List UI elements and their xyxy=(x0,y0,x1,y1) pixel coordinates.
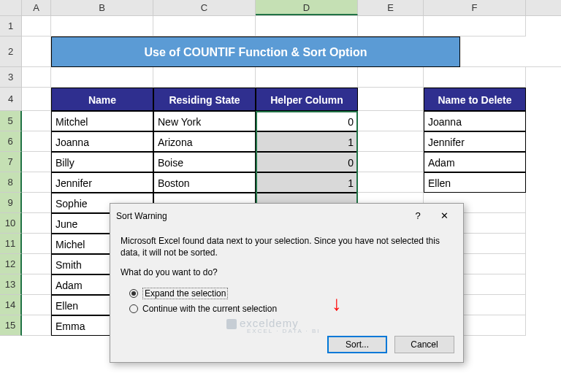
table-cell[interactable]: Billy xyxy=(51,152,153,172)
title-cell[interactable]: Use of COUNTIF Function & Sort Option xyxy=(51,36,460,67)
row-header[interactable]: 4 xyxy=(0,88,22,111)
cell[interactable] xyxy=(22,172,51,193)
sort-button[interactable]: Sort... xyxy=(327,336,387,353)
table-cell[interactable]: New York xyxy=(153,111,256,131)
row-header[interactable]: 12 xyxy=(0,254,22,274)
cell[interactable] xyxy=(256,16,358,36)
table-cell[interactable]: Jennifer xyxy=(51,172,153,193)
radio-continue-selection[interactable]: Continue with the current selection xyxy=(129,304,453,314)
table-cell[interactable]: Ellen xyxy=(424,172,526,193)
col-header-a[interactable]: A xyxy=(22,0,51,15)
col-header-e[interactable]: E xyxy=(358,0,424,15)
cell[interactable] xyxy=(22,254,51,274)
col-header-f[interactable]: F xyxy=(424,0,526,15)
table-cell[interactable]: Arizona xyxy=(153,131,256,152)
sort-warning-dialog: Sort Warning ? ✕ Microsoft Excel found d… xyxy=(110,203,464,363)
table-cell[interactable]: 1 xyxy=(256,131,358,152)
row-header[interactable]: 13 xyxy=(0,274,22,295)
cell[interactable] xyxy=(22,111,51,131)
row-header[interactable]: 14 xyxy=(0,295,22,315)
table-header-state[interactable]: Residing State xyxy=(153,88,256,111)
select-all-corner[interactable] xyxy=(0,0,22,15)
cell[interactable] xyxy=(22,16,51,36)
cell[interactable] xyxy=(51,67,153,88)
cell[interactable] xyxy=(22,152,51,172)
row-header[interactable]: 6 xyxy=(0,131,22,152)
radio-label: Expand the selection xyxy=(142,288,228,299)
table-cell[interactable]: Boston xyxy=(153,172,256,193)
row-header[interactable]: 1 xyxy=(0,16,22,36)
cell[interactable] xyxy=(22,88,51,111)
cell[interactable] xyxy=(256,67,358,88)
table-cell[interactable]: Boise xyxy=(153,152,256,172)
radio-icon xyxy=(129,289,138,298)
dialog-message: Microsoft Excel found data next to your … xyxy=(121,236,453,258)
table-header-delete[interactable]: Name to Delete xyxy=(424,88,526,111)
radio-label: Continue with the current selection xyxy=(142,304,277,314)
row-header[interactable]: 15 xyxy=(0,315,22,336)
table-cell[interactable]: Mitchel xyxy=(51,111,153,131)
radio-expand-selection[interactable]: Expand the selection xyxy=(129,288,453,299)
cell[interactable] xyxy=(424,16,526,36)
cell[interactable] xyxy=(22,67,51,88)
cell[interactable] xyxy=(358,111,424,131)
row-header[interactable]: 3 xyxy=(0,67,22,88)
row-header[interactable]: 9 xyxy=(0,193,22,213)
cell[interactable] xyxy=(22,234,51,254)
row-header[interactable]: 5 xyxy=(0,111,22,131)
cell[interactable] xyxy=(22,213,51,234)
table-cell[interactable]: Joanna xyxy=(51,131,153,152)
cell[interactable] xyxy=(22,315,51,336)
cell[interactable] xyxy=(460,36,561,67)
table-cell[interactable]: 1 xyxy=(256,172,358,193)
table-header-name[interactable]: Name xyxy=(51,88,153,111)
cell[interactable] xyxy=(51,16,153,36)
row-header[interactable]: 7 xyxy=(0,152,22,172)
dialog-question: What do you want to do? xyxy=(121,267,453,279)
dialog-title: Sort Warning xyxy=(116,211,405,221)
help-button[interactable]: ? xyxy=(405,208,431,224)
cell[interactable] xyxy=(358,88,424,111)
radio-icon xyxy=(129,304,138,313)
table-cell[interactable]: 0 xyxy=(256,111,358,131)
cell[interactable] xyxy=(358,67,424,88)
col-header-c[interactable]: C xyxy=(153,0,256,15)
table-header-helper[interactable]: Helper Column xyxy=(256,88,358,111)
cell[interactable] xyxy=(358,152,424,172)
row-header[interactable]: 11 xyxy=(0,234,22,254)
row-headers: 1 2 3 4 5 6 7 8 9 10 11 12 13 14 15 xyxy=(0,16,22,336)
cell[interactable] xyxy=(22,193,51,213)
table-cell[interactable]: Jennifer xyxy=(424,131,526,152)
column-headers: A B C D E F xyxy=(0,0,561,16)
row-header[interactable]: 8 xyxy=(0,172,22,193)
table-cell[interactable]: Adam xyxy=(424,152,526,172)
cell[interactable] xyxy=(22,36,51,67)
close-button[interactable]: ✕ xyxy=(431,208,457,224)
cell[interactable] xyxy=(153,67,256,88)
cell[interactable] xyxy=(358,172,424,193)
cell[interactable] xyxy=(22,274,51,295)
cell[interactable] xyxy=(153,16,256,36)
cell[interactable] xyxy=(22,295,51,315)
cell[interactable] xyxy=(22,131,51,152)
table-cell[interactable]: Joanna xyxy=(424,111,526,131)
col-header-d[interactable]: D xyxy=(256,0,358,15)
col-header-b[interactable]: B xyxy=(51,0,153,15)
cell[interactable] xyxy=(358,131,424,152)
cell[interactable] xyxy=(358,16,424,36)
table-cell[interactable]: 0 xyxy=(256,152,358,172)
cancel-button[interactable]: Cancel xyxy=(394,336,454,353)
row-header[interactable]: 10 xyxy=(0,213,22,234)
dialog-titlebar[interactable]: Sort Warning ? ✕ xyxy=(110,204,463,228)
row-header[interactable]: 2 xyxy=(0,36,22,67)
cell[interactable] xyxy=(424,67,526,88)
